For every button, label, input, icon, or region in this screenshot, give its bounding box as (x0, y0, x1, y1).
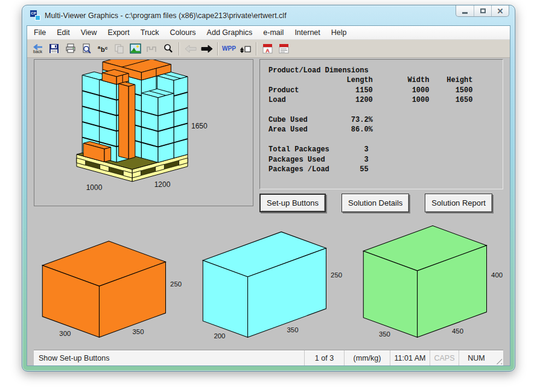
status-message: Show Set-up Buttons (34, 350, 304, 365)
area-used-row: Area Used 86.0% (268, 125, 503, 134)
menu-email[interactable]: e-mail (258, 27, 289, 39)
svg-text:250: 250 (331, 271, 342, 279)
status-caps-indicator: CAPS (430, 350, 459, 365)
svg-text:b: b (101, 46, 105, 53)
package-previews: 300350250 200350250 350450400 (34, 221, 503, 346)
menu-add-graphics[interactable]: Add Graphics (202, 27, 258, 39)
svg-text:300: 300 (59, 330, 71, 337)
next-arrow-icon (200, 45, 214, 53)
send-to-wpp-button[interactable] (238, 41, 253, 57)
pdf-export-icon (279, 43, 290, 54)
zoom-icon (163, 43, 173, 54)
print-button[interactable] (63, 41, 78, 57)
status-clock: 11:01 AM (390, 350, 430, 365)
cube-used-row: Cube Used 73.2% (268, 115, 503, 125)
action-buttons: Set-up Buttons Solution Details Solution… (259, 194, 503, 212)
maximize-button[interactable] (474, 5, 491, 16)
menu-help[interactable]: Help (326, 27, 352, 39)
svg-text:c: c (105, 45, 108, 51)
pdf-button[interactable]: A (260, 41, 275, 57)
info-header-row: Length Width Height (268, 75, 503, 85)
product-dims-row: Product 1150 1000 1500 (268, 86, 503, 95)
toolbar-separator (217, 42, 218, 55)
packages-per-load-row: Packages /Load 55 (268, 165, 503, 174)
load-dims-row: Load 1200 1000 1650 (268, 95, 503, 105)
svg-text:1000: 1000 (86, 183, 103, 192)
packages-used-row: Packages Used 3 (268, 155, 503, 165)
info-title: Product/Load Dimensions (268, 66, 338, 75)
svg-text:1650: 1650 (191, 122, 208, 130)
solution-report-button[interactable]: Solution Report (425, 194, 492, 212)
svg-text:350: 350 (379, 330, 390, 338)
toolbar: back (27, 40, 510, 58)
window-frame: CP Multi-Viewer Graphics - c:\program fi… (22, 5, 515, 371)
cyan-box-drawing: 200350250 (194, 221, 355, 344)
svg-text:250: 250 (170, 280, 182, 288)
status-num-indicator: NUM (459, 350, 494, 365)
app-window: CP Multi-Viewer Graphics - c:\program fi… (22, 5, 515, 371)
col-length: Length (338, 75, 373, 85)
print-preview-icon (81, 43, 92, 54)
menu-export[interactable]: Export (103, 27, 135, 39)
toolbar-separator (179, 42, 180, 55)
resize-grip[interactable] (494, 350, 503, 365)
copy-icon (114, 44, 124, 54)
app-body: File Edit View Export Truck Colours Add … (27, 25, 510, 366)
close-button[interactable]: ✕ (491, 5, 509, 16)
save-icon (49, 43, 59, 54)
svg-text:1200: 1200 (154, 180, 171, 189)
back-button[interactable]: back (30, 41, 45, 57)
product-box-cyan: 200350250 (194, 221, 355, 346)
measure-button (144, 41, 159, 57)
measure-icon (146, 45, 157, 53)
status-bar: Show Set-up Buttons 1 of 3 (mm/kg) 11:01… (34, 350, 503, 365)
pdf-export-button[interactable] (276, 41, 291, 57)
close-icon: ✕ (497, 7, 504, 15)
wpp-button[interactable]: WPP (221, 41, 237, 57)
svg-text:200: 200 (214, 332, 225, 340)
status-page-indicator: 1 of 3 (304, 350, 344, 365)
menu-colours[interactable]: Colours (165, 27, 202, 39)
svg-text:350: 350 (132, 328, 144, 335)
print-preview-button[interactable] (79, 41, 94, 57)
zoom-button[interactable] (160, 41, 176, 57)
menu-truck[interactable]: Truck (135, 27, 165, 39)
col-width: Width (373, 75, 430, 85)
total-packages-row: Total Packages 3 (268, 145, 503, 154)
spelling-button[interactable]: a b c (95, 41, 110, 57)
green-box-drawing: 350450400 (355, 221, 515, 344)
minimize-button[interactable] (456, 5, 474, 16)
info-panel: Product/Load Dimensions Length Width Hei… (259, 59, 503, 189)
pallet-load-view: 165010001200 (34, 59, 253, 206)
image-icon (130, 43, 141, 54)
col-height: Height (429, 75, 472, 85)
product-box-green: 350450400 (355, 221, 515, 346)
previous-arrow-icon (184, 45, 197, 53)
minimize-icon (462, 12, 468, 14)
spelling-abc-icon: a b c (97, 44, 109, 54)
previous-button (183, 41, 198, 57)
solution-details-button[interactable]: Solution Details (342, 194, 409, 212)
svg-text:450: 450 (452, 327, 463, 335)
copy-button (112, 41, 127, 57)
setup-buttons-button[interactable]: Set-up Buttons (259, 194, 326, 212)
product-box-orange: 300350250 (34, 221, 194, 346)
maximize-icon (480, 8, 486, 13)
menu-file[interactable]: File (28, 27, 51, 39)
svg-text:400: 400 (491, 271, 503, 279)
toolbar-separator (256, 42, 257, 55)
save-button[interactable] (46, 41, 62, 57)
titlebar[interactable]: CP Multi-Viewer Graphics - c:\program fi… (27, 5, 510, 25)
menu-edit[interactable]: Edit (51, 27, 75, 39)
menubar: File Edit View Export Truck Colours Add … (27, 26, 510, 40)
pdf-icon: A (262, 43, 273, 54)
menu-internet[interactable]: Internet (289, 27, 325, 39)
svg-text:350: 350 (287, 326, 299, 334)
orange-box-drawing: 300350250 (34, 221, 194, 344)
next-button[interactable] (199, 41, 214, 57)
status-units: (mm/kg) (344, 350, 390, 365)
menu-view[interactable]: View (75, 27, 103, 39)
image-button[interactable] (128, 41, 143, 57)
pallet-load-drawing: 165010001200 (34, 60, 253, 206)
window-title: Multi-Viewer Graphics - c:\program files… (45, 11, 287, 20)
